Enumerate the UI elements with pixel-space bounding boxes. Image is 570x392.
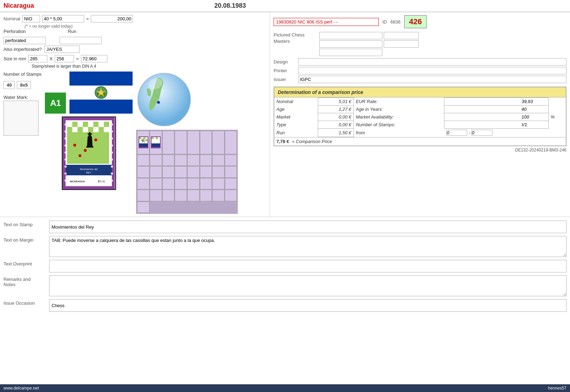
text-on-margin-label: Text on Margin — [4, 236, 46, 243]
currency-input[interactable] — [22, 15, 40, 22]
svg-rect-14 — [104, 122, 109, 127]
images-area: Number of Stamps 40 8x5 Water Mark: A1 — [4, 72, 266, 214]
comparison-header: Determination of a comparison price — [274, 87, 566, 97]
svg-rect-15 — [67, 127, 72, 132]
pictured-input-1b[interactable] — [384, 32, 419, 39]
perf-row — [4, 37, 266, 44]
svg-point-54 — [111, 180, 113, 182]
svg-point-48 — [111, 137, 113, 140]
svg-point-51 — [111, 158, 113, 161]
footer-user: hennes57 — [548, 386, 566, 391]
svg-rect-68 — [152, 143, 160, 147]
catalogue-input[interactable] — [274, 18, 379, 26]
svg-rect-19 — [88, 127, 93, 132]
perforation-input[interactable] — [4, 37, 46, 44]
svg-point-57 — [157, 101, 160, 104]
perf-labels: Perforation Run — [4, 29, 266, 34]
comp-label-market: Market — [274, 113, 318, 121]
svg-rect-16 — [72, 127, 78, 132]
issue-occasion-input[interactable] — [49, 299, 566, 312]
run-label: Run — [68, 29, 76, 34]
svg-text:REY: REY — [86, 171, 92, 174]
num-stamps-label: Number of Stamps — [4, 72, 41, 77]
nominal-label: Nominal — [4, 16, 20, 21]
comp-val-run: 1,50 € — [318, 129, 354, 137]
comp-right-val-type — [444, 121, 548, 129]
comp-right-label-type: Number of Stamps: — [354, 121, 444, 129]
equals-sign: = — [86, 16, 89, 21]
issuer-input[interactable] — [298, 76, 566, 83]
svg-rect-8 — [72, 122, 78, 127]
text-on-margin-input[interactable]: TAB: Puede moverse a calquiera de las ca… — [49, 236, 566, 257]
flag-emblem — [95, 86, 107, 99]
svg-point-43 — [65, 165, 67, 168]
design-row: Design — [274, 58, 566, 66]
text-on-stamp-row: Text on Stamp — [4, 221, 566, 233]
comp-label-run: Run — [274, 129, 318, 137]
formula-input[interactable] — [42, 15, 84, 22]
text-on-stamp-input[interactable] — [49, 221, 566, 233]
svg-rect-60 — [139, 143, 148, 147]
run-input[interactable] — [60, 37, 102, 44]
footer-website: www.delcampe.net — [4, 386, 39, 391]
flag-bot — [69, 100, 133, 114]
svg-rect-31 — [86, 146, 93, 148]
top-section: Nominal = (* = no longer valid today) Pe… — [0, 12, 570, 217]
svg-rect-10 — [83, 122, 88, 127]
num-stamps-row: 40 8x5 — [4, 81, 41, 89]
svg-point-38 — [65, 130, 67, 133]
svg-point-26 — [79, 154, 81, 157]
pictured-input-row1 — [319, 32, 419, 39]
size-note: Stamp/sheet is larger than DIN A 4 — [32, 64, 266, 69]
svg-point-37 — [65, 123, 67, 126]
stamp-layout-box: 8x5 — [17, 81, 31, 89]
also-imp-input[interactable] — [45, 46, 80, 53]
svg-point-44 — [65, 173, 67, 175]
pictured-input-1[interactable] — [319, 32, 382, 39]
sheet-grid — [136, 130, 238, 214]
id-value: 6836 — [390, 19, 401, 25]
size-width-input[interactable] — [28, 55, 47, 62]
svg-rect-7 — [67, 122, 72, 127]
size-area-input[interactable] — [81, 55, 107, 62]
svg-point-23 — [73, 144, 76, 147]
comp-right-label-age: Age in Years: — [354, 106, 444, 113]
pictured-input-2[interactable] — [319, 40, 382, 48]
remarks-input[interactable] — [49, 275, 566, 296]
main-container: Nicaragua 20.08.1983 Nominal = (* = no l… — [0, 0, 570, 392]
design-label: Design — [274, 59, 295, 65]
design-input[interactable] — [298, 58, 566, 66]
comp-label-nominal: Nominal — [274, 98, 318, 106]
svg-rect-29 — [88, 135, 91, 136]
issue-occasion-label: Issue Occasion — [4, 299, 46, 306]
issue-occasion-row: Issue Occasion — [4, 299, 566, 312]
comp-val-nominal: 5,01 € — [318, 98, 354, 106]
comparison-box: Determination of a comparison price Nomi… — [274, 87, 566, 146]
comp-label-age: Age — [274, 106, 318, 113]
svg-point-50 — [111, 151, 113, 154]
pictured-input-row2 — [319, 40, 419, 48]
also-imp-label: Also imperforated? — [4, 47, 42, 52]
svg-point-46 — [111, 123, 113, 126]
header-bar: Nicaragua 20.08.1983 — [0, 0, 570, 12]
comp-row-type: Type 0,00 € Number of Stamps: — [274, 121, 566, 129]
size-height-input[interactable] — [55, 55, 74, 62]
svg-point-24 — [84, 149, 87, 152]
text-overprint-input[interactable] — [49, 260, 566, 272]
stamp-image[interactable]: Movimientos del REY NICARAGUA ₡5.00 — [62, 116, 116, 190]
comp-right-val-run: - — [444, 129, 548, 137]
svg-point-52 — [111, 165, 113, 168]
comp-unit-market: % — [548, 113, 566, 121]
pictured-input-2b[interactable] — [384, 40, 419, 48]
pictured-inputs-group — [319, 32, 419, 56]
size-row: Size in mm X = — [4, 55, 266, 62]
svg-rect-12 — [93, 122, 99, 127]
sheet-image[interactable] — [136, 130, 238, 214]
svg-point-49 — [111, 144, 113, 147]
svg-point-47 — [111, 130, 113, 133]
comp-row-run: Run 1,50 € from - — [274, 129, 566, 137]
printer-input[interactable] — [298, 67, 566, 74]
nominal-value-input[interactable] — [91, 15, 133, 22]
size-label: Size in mm — [4, 56, 26, 61]
pictured-input-3[interactable] — [319, 49, 382, 56]
